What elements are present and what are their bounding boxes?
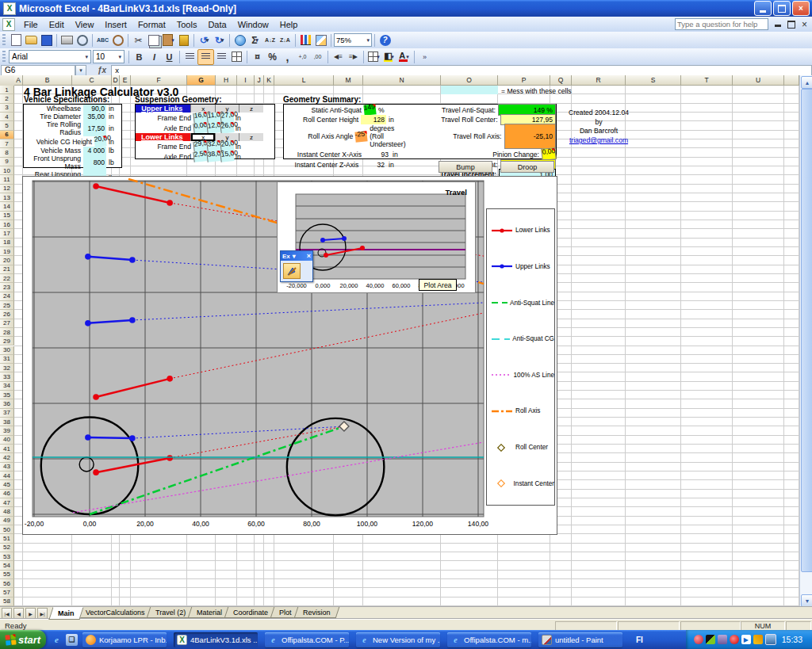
row-header-8[interactable]: 8 xyxy=(0,148,14,157)
increase-decimal-icon[interactable]: +,0 xyxy=(295,50,310,64)
select-all-corner[interactable] xyxy=(0,75,15,86)
bold-button[interactable]: B xyxy=(132,50,147,64)
comma-style-button[interactable]: , xyxy=(280,50,295,64)
help-icon[interactable]: ? xyxy=(377,33,393,48)
next-sheet-icon[interactable]: ▶ xyxy=(25,608,36,619)
wheelbase-cell[interactable]: 90,0 xyxy=(83,105,106,113)
row-header-14[interactable]: 14 xyxy=(0,202,14,211)
column-header-J[interactable]: J xyxy=(255,75,264,86)
column-header-R[interactable]: R xyxy=(572,75,626,86)
insert-hyperlink-icon[interactable] xyxy=(232,33,247,48)
row-header-34[interactable]: 34 xyxy=(0,382,14,391)
row-header-53[interactable]: 53 xyxy=(0,552,14,561)
column-header-K[interactable]: K xyxy=(264,75,274,86)
row-header-41[interactable]: 41 xyxy=(0,445,14,453)
row-header-19[interactable]: 19 xyxy=(0,247,14,256)
percent-style-button[interactable]: % xyxy=(265,50,280,64)
row-header-50[interactable]: 50 xyxy=(0,525,14,534)
namebox-dropdown-icon[interactable]: ▾ xyxy=(75,65,86,76)
row-header-42[interactable]: 42 xyxy=(0,453,14,462)
paste-icon[interactable]: ▾ xyxy=(161,33,176,48)
row-header-25[interactable]: 25 xyxy=(0,301,14,310)
row-header-9[interactable]: 9 xyxy=(0,158,14,166)
formula-input[interactable]: x xyxy=(111,65,812,76)
currency-button[interactable]: ¤ xyxy=(250,50,265,64)
row-header-45[interactable]: 45 xyxy=(0,480,14,489)
exit-design-mode-toolbar[interactable]: Ex ▾ × xyxy=(280,250,313,282)
vehicle-mass-cell[interactable]: 4 000 xyxy=(83,147,106,155)
column-header-Q[interactable]: Q xyxy=(550,75,572,86)
cut-icon[interactable]: ✂ xyxy=(131,33,146,48)
row-header-13[interactable]: 13 xyxy=(0,193,14,202)
row-header-39[interactable]: 39 xyxy=(0,426,14,435)
row-header-52[interactable]: 52 xyxy=(0,544,14,552)
linkage-chart[interactable]: -20,000,0020,0040,0060,0080,00100,00120,… xyxy=(22,176,557,535)
column-header-end[interactable] xyxy=(784,75,799,86)
exit-design-mode-button[interactable] xyxy=(283,263,301,279)
mini-toolbar-close-icon[interactable]: × xyxy=(307,252,311,260)
underline-button[interactable]: U xyxy=(162,50,177,64)
row-header-20[interactable]: 20 xyxy=(0,256,14,265)
chart-legend[interactable]: Lower Links Upper Links Anti-Squat Line … xyxy=(486,208,555,506)
autosum-icon[interactable]: Σ▾ xyxy=(247,33,262,48)
mini-toolbar-dropdown-icon[interactable]: ▾ xyxy=(293,253,296,260)
chart-wizard-icon[interactable] xyxy=(298,33,313,48)
roll-axis-angle-cell[interactable]: -25 xyxy=(355,131,368,142)
tab-main[interactable]: Main xyxy=(48,607,83,620)
row-header-43[interactable]: 43 xyxy=(0,463,14,471)
doc-restore-icon[interactable] xyxy=(787,21,795,29)
borders-icon[interactable]: ▾ xyxy=(366,50,381,64)
row-header-54[interactable]: 54 xyxy=(0,561,14,570)
upper-axle-y-cell[interactable]: 12,00 xyxy=(206,122,220,134)
column-header-U[interactable]: U xyxy=(733,75,784,86)
static-anti-squat-cell[interactable]: 149 xyxy=(363,104,376,115)
bump-button[interactable]: Bump xyxy=(439,161,492,173)
question-help-input[interactable] xyxy=(675,18,768,30)
column-header-B[interactable]: B xyxy=(23,75,72,86)
taskbar-task-offipalsta-1[interactable]: e Offipalsta.COM - P... xyxy=(265,632,349,647)
row-header-23[interactable]: 23 xyxy=(0,283,14,292)
row-header-49[interactable]: 49 xyxy=(0,517,14,525)
row-header-22[interactable]: 22 xyxy=(0,274,14,283)
roll-center-height-cell[interactable]: 128 xyxy=(361,115,386,124)
name-box[interactable]: G6 xyxy=(1,65,75,76)
upper-axle-z-cell[interactable]: 26,00 xyxy=(220,122,234,134)
align-left-button[interactable] xyxy=(182,50,197,64)
vertical-scroll-thumb[interactable] xyxy=(801,89,812,572)
row-header-36[interactable]: 36 xyxy=(0,399,14,408)
menu-help[interactable]: Help xyxy=(274,18,304,31)
mess-cells-swatch[interactable] xyxy=(441,86,498,94)
row-header-10[interactable]: 10 xyxy=(0,166,14,175)
row-header-12[interactable]: 12 xyxy=(0,185,14,193)
taskbar-task-korjaamo[interactable]: Korjaamo LPR - Inb... xyxy=(82,632,167,647)
row-header-6[interactable]: 6 xyxy=(0,131,14,139)
column-header-O[interactable]: O xyxy=(441,75,498,86)
print-preview-icon[interactable] xyxy=(75,33,90,48)
tab-vectorcalculations[interactable]: VectorCalculations xyxy=(76,607,153,618)
menu-insert[interactable]: Insert xyxy=(99,18,132,31)
minimize-button[interactable] xyxy=(754,1,772,16)
taskbar-task-offipalsta-2[interactable]: e Offipalsta.COM - m... xyxy=(447,632,531,647)
front-unsprung-mass-cell[interactable]: 800 xyxy=(83,155,106,170)
row-header-26[interactable]: 26 xyxy=(0,310,14,319)
row-header-28[interactable]: 28 xyxy=(0,328,14,337)
taskbar-task-paint[interactable]: untitled - Paint xyxy=(538,632,622,647)
menu-window[interactable]: Window xyxy=(232,18,274,31)
row-header-44[interactable]: 44 xyxy=(0,471,14,480)
row-header-32[interactable]: 32 xyxy=(0,364,14,372)
lower-axle-x-cell[interactable]: 2,50 xyxy=(193,151,207,162)
row-header-1[interactable]: 1 xyxy=(0,86,14,94)
row-header-2[interactable]: 2 xyxy=(0,94,14,103)
row-header-46[interactable]: 46 xyxy=(0,490,14,498)
sort-ascending-icon[interactable]: A↓Z xyxy=(262,33,278,48)
lower-axle-z-cell[interactable]: 15,00 xyxy=(220,151,234,162)
tray-media-player-icon[interactable]: ▶ xyxy=(741,635,751,644)
font-color-icon[interactable]: A▾ xyxy=(396,50,412,64)
menu-data[interactable]: Data xyxy=(202,18,232,31)
taskbar-task-excel[interactable]: X 4BarLinkV3.1d.xls ... xyxy=(174,632,258,647)
row-header-55[interactable]: 55 xyxy=(0,571,14,579)
decrease-indent-icon[interactable]: ◀≡ xyxy=(331,50,346,64)
column-header-P[interactable]: P xyxy=(498,75,550,86)
row-header-57[interactable]: 57 xyxy=(0,588,14,597)
row-header-5[interactable]: 5 xyxy=(0,121,14,130)
